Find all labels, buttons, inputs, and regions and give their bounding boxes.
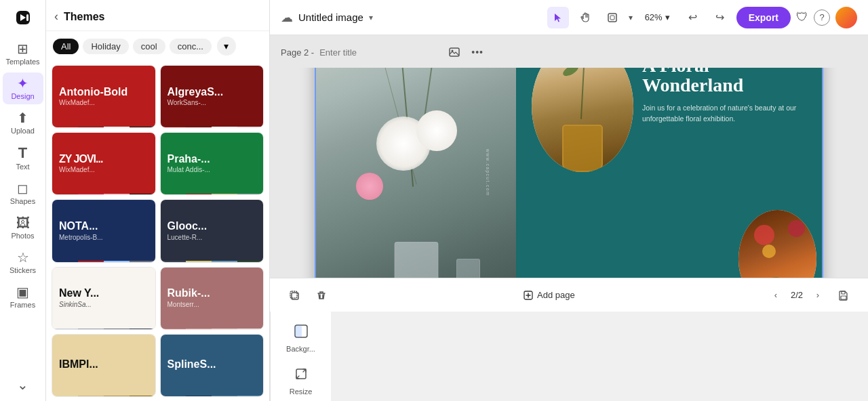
stickers-icon: ☆: [17, 251, 29, 264]
theme-font-sub: WixMadef...: [59, 166, 95, 173]
theme-card-rubik[interactable]: Rubik-... Montserr...: [160, 267, 264, 330]
page-title-bar: Page 2 - •••: [270, 35, 868, 68]
theme-card-praho[interactable]: Praha-... Mulat Addis-...: [160, 132, 264, 195]
templates-icon: ⊞: [17, 42, 28, 56]
theme-card-nota[interactable]: NOTA... Metropolis-B...: [52, 199, 156, 262]
filter-holiday[interactable]: Holiday: [83, 39, 128, 54]
theme-font-sub: Lucette-R...: [167, 234, 203, 241]
theme-font-name: New Y...: [59, 287, 99, 299]
svg-rect-4: [450, 48, 459, 56]
save-button[interactable]: [833, 284, 854, 306]
resize-icon: [294, 366, 309, 385]
redo-button[interactable]: ↪: [709, 7, 731, 28]
toolbar-left: ☁ Untitled image ▾: [281, 10, 542, 25]
theme-card-newy[interactable]: New Y... SinkinSa...: [52, 267, 156, 330]
filter-cool[interactable]: cool: [133, 39, 165, 54]
themes-grid: Antonio-Bold WixMadef... AlgreyaS... Wor…: [46, 61, 269, 401]
sidebar-item-photos[interactable]: 🖼 Photos: [3, 212, 43, 244]
theme-card-antonio[interactable]: Antonio-Bold WixMadef...: [52, 65, 156, 128]
main-area: ☁ Untitled image ▾ ▾ 62% ▾ ↩ ↪ Export �: [270, 0, 868, 401]
filter-conc[interactable]: conc...: [170, 39, 212, 54]
theme-font-name: IBMPl...: [59, 358, 98, 371]
canvas-photo-left: www.capcut.com: [316, 68, 516, 278]
filter-all[interactable]: All: [53, 39, 79, 54]
photos-icon: 🖼: [16, 216, 30, 230]
add-page-button[interactable]: Add page: [515, 286, 583, 304]
filter-more-button[interactable]: ▾: [217, 37, 236, 56]
zoom-display[interactable]: 62% ▾: [638, 9, 677, 25]
footer-bar: Add page ‹ 2/2 ›: [270, 278, 868, 312]
shield-icon[interactable]: 🛡: [796, 10, 808, 24]
add-page-label: Add page: [537, 290, 575, 300]
theme-font-name: Rubik-...: [167, 287, 210, 299]
floral-description: Join us for a celebration of nature's be…: [642, 102, 812, 125]
sidebar-item-shapes[interactable]: ◻ Shapes: [3, 177, 43, 209]
svg-rect-1: [26, 14, 28, 21]
theme-font-sub: Metropolis-B...: [59, 234, 102, 241]
resize-label: Resize: [290, 387, 313, 396]
frame-chevron[interactable]: ▾: [629, 13, 633, 22]
help-icon[interactable]: ?: [814, 9, 830, 26]
theme-card-spline[interactable]: SplineS...: [160, 334, 264, 397]
page-navigation: ‹ 2/2 ›: [766, 286, 827, 305]
delete-page-button[interactable]: [311, 284, 332, 306]
user-avatar[interactable]: [835, 7, 857, 28]
theme-font-sub: Mulat Addis-...: [167, 166, 210, 173]
theme-font-name: Praha-...: [167, 153, 210, 165]
background-label: Backgr...: [286, 345, 315, 353]
theme-card-glooc[interactable]: Glooc... Lucette-R...: [160, 199, 264, 262]
sidebar-item-templates[interactable]: ⊞ Templates: [3, 38, 43, 70]
page-image-button[interactable]: [444, 42, 465, 62]
upload-icon: ⬆: [17, 111, 28, 125]
canvas-scroll[interactable]: www.capcut.com 123 Anywhere St., Any Cit…: [270, 68, 868, 278]
prev-page-button[interactable]: ‹: [766, 286, 785, 305]
theme-font-name: Antonio-Bold: [59, 86, 127, 98]
floral-title: A Floral Wonderland: [642, 68, 812, 96]
theme-font-sub: WorkSans-...: [167, 99, 207, 106]
export-button[interactable]: Export: [736, 7, 791, 28]
doc-title-chevron[interactable]: ▾: [369, 13, 373, 22]
sidebar-item-text[interactable]: T Text: [3, 142, 43, 175]
canvas-area: Page 2 - •••: [270, 35, 868, 312]
cloud-icon: ☁: [281, 10, 293, 25]
page-more-button[interactable]: •••: [467, 42, 488, 62]
hand-tool-button[interactable]: [574, 7, 596, 28]
page-toolbar-buttons: •••: [444, 42, 488, 62]
sidebar-item-upload[interactable]: ⬆ Upload: [3, 107, 43, 139]
sidebar: ⊞ Templates ✦ Design ⬆ Upload T Text ◻ S…: [0, 0, 46, 401]
frame-tool-button[interactable]: [601, 7, 623, 28]
sidebar-more-button[interactable]: ⌄: [3, 374, 43, 396]
design-canvas: www.capcut.com 123 Anywhere St., Any Cit…: [315, 68, 823, 278]
zoom-chevron: ▾: [665, 12, 670, 22]
sidebar-item-frames[interactable]: ▣ Frames: [3, 281, 43, 313]
toolbar-center: ▾ 62% ▾ ↩ ↪: [547, 7, 731, 28]
canvas-right-panel: CapCut: [517, 68, 822, 278]
oval-frame-bottom: [738, 210, 816, 278]
svg-rect-2: [608, 14, 616, 22]
select-tool-button[interactable]: [547, 7, 569, 28]
design-icon: ✦: [17, 77, 28, 90]
theme-font-name: SplineS...: [167, 358, 216, 371]
next-page-button[interactable]: ›: [808, 286, 827, 305]
oval-frame-top: [532, 68, 633, 172]
undo-button[interactable]: ↩: [682, 7, 704, 28]
theme-card-ibmpl[interactable]: IBMPl...: [52, 334, 156, 397]
sidebar-item-design[interactable]: ✦ Design: [3, 72, 43, 104]
footer-left: [283, 284, 332, 306]
sidebar-item-stickers[interactable]: ☆ Stickers: [3, 247, 43, 278]
theme-card-zyjovi[interactable]: ZY JOVI... WixMadef...: [52, 132, 156, 195]
page-count: 2/2: [791, 290, 803, 300]
app-logo[interactable]: [11, 5, 35, 30]
right-panel-background[interactable]: Backgr...: [275, 318, 326, 358]
back-button[interactable]: ‹: [54, 9, 58, 24]
theme-font-name: Glooc...: [167, 220, 208, 232]
toolbar-right: Export 🛡 ?: [736, 7, 857, 28]
page-title-input[interactable]: [319, 47, 433, 58]
footer-right: ‹ 2/2 ›: [766, 284, 854, 306]
svg-rect-10: [841, 296, 846, 299]
page-label: Page 2 -: [281, 47, 314, 58]
theme-card-alegreya[interactable]: AlgreyaS... WorkSans-...: [160, 65, 264, 128]
right-panel-resize[interactable]: Resize: [275, 361, 326, 401]
themes-panel: ‹ Themes All Holiday cool conc... ▾ Anto…: [46, 0, 270, 401]
duplicate-page-button[interactable]: [283, 284, 305, 306]
